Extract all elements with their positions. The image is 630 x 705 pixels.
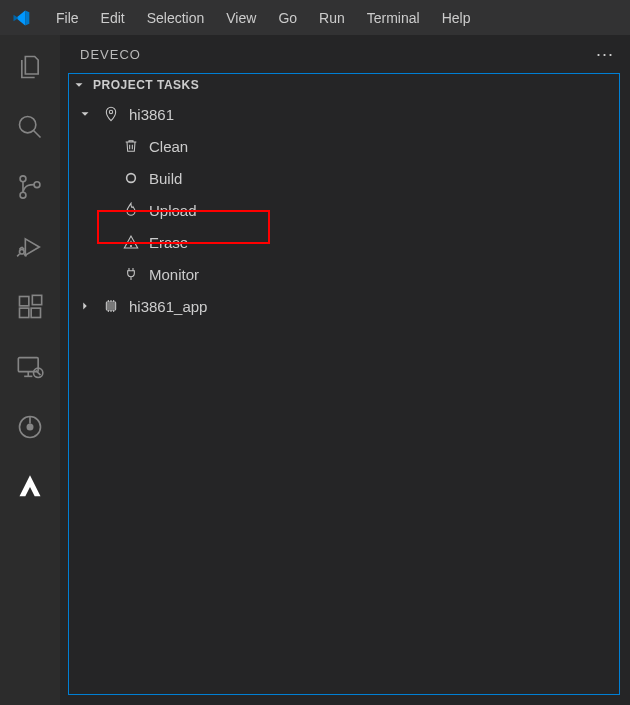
tree-label: Clean: [149, 138, 188, 155]
svg-point-3: [20, 192, 26, 198]
chevron-right-icon: [77, 299, 93, 313]
svg-point-4: [34, 182, 40, 188]
flame-icon: [121, 202, 141, 218]
main-menu: File Edit Selection View Go Run Terminal…: [46, 6, 480, 30]
svg-point-19: [127, 174, 136, 183]
panel-header[interactable]: PROJECT TASKS: [69, 74, 619, 98]
search-icon[interactable]: [16, 113, 44, 141]
panel-title-label: PROJECT TASKS: [93, 78, 199, 92]
toggle-icon[interactable]: [16, 413, 44, 441]
chevron-down-icon: [71, 78, 87, 92]
sidebar-header: DEVECO ···: [60, 35, 630, 73]
source-control-icon[interactable]: [16, 173, 44, 201]
svg-rect-8: [31, 308, 40, 317]
pin-icon: [101, 106, 121, 122]
svg-point-16: [27, 424, 34, 431]
menu-help[interactable]: Help: [432, 6, 481, 30]
chevron-down-icon: [77, 107, 93, 121]
sidebar-more-icon[interactable]: ···: [596, 44, 614, 65]
menu-file[interactable]: File: [46, 6, 89, 30]
tree-item-monitor[interactable]: Monitor: [69, 258, 619, 290]
run-debug-icon[interactable]: [16, 233, 44, 261]
project-tree: hi3861 Clean: [69, 98, 619, 322]
activity-bar: [0, 35, 60, 705]
tree-label: Build: [149, 170, 182, 187]
trash-icon: [121, 138, 141, 154]
warning-icon: [121, 234, 141, 250]
svg-point-0: [20, 117, 36, 133]
circle-icon: [121, 171, 141, 185]
svg-rect-9: [32, 295, 41, 304]
tree-item-upload[interactable]: Upload: [69, 194, 619, 226]
sidebar-title: DEVECO: [80, 47, 141, 62]
tree-label: hi3861: [129, 106, 174, 123]
tree-item-hi3861-app[interactable]: hi3861_app: [69, 290, 619, 322]
svg-line-1: [34, 131, 41, 138]
extensions-icon[interactable]: [16, 293, 44, 321]
remote-icon[interactable]: [16, 353, 44, 381]
tree-label: hi3861_app: [129, 298, 207, 315]
svg-point-5: [20, 249, 25, 254]
svg-point-18: [109, 110, 112, 113]
svg-point-21: [130, 245, 131, 246]
tree-label: Upload: [149, 202, 197, 219]
vscode-logo: [10, 7, 32, 29]
project-tasks-panel: PROJECT TASKS hi3861: [68, 73, 620, 695]
deveco-icon[interactable]: [16, 473, 44, 501]
tree-label: Erase: [149, 234, 188, 251]
plug-icon: [121, 266, 141, 282]
menu-edit[interactable]: Edit: [91, 6, 135, 30]
title-bar: File Edit Selection View Go Run Terminal…: [0, 0, 630, 35]
svg-point-2: [20, 176, 26, 182]
tree-item-hi3861[interactable]: hi3861: [69, 98, 619, 130]
sidebar: DEVECO ··· PROJECT TASKS: [60, 35, 630, 705]
tree-item-build[interactable]: Build: [69, 162, 619, 194]
tree-item-erase[interactable]: Erase: [69, 226, 619, 258]
chip-icon: [101, 298, 121, 314]
menu-selection[interactable]: Selection: [137, 6, 215, 30]
menu-go[interactable]: Go: [268, 6, 307, 30]
menu-view[interactable]: View: [216, 6, 266, 30]
explorer-icon[interactable]: [16, 53, 44, 81]
menu-run[interactable]: Run: [309, 6, 355, 30]
tree-label: Monitor: [149, 266, 199, 283]
svg-rect-7: [20, 308, 29, 317]
tree-item-clean[interactable]: Clean: [69, 130, 619, 162]
svg-rect-6: [20, 297, 29, 306]
menu-terminal[interactable]: Terminal: [357, 6, 430, 30]
